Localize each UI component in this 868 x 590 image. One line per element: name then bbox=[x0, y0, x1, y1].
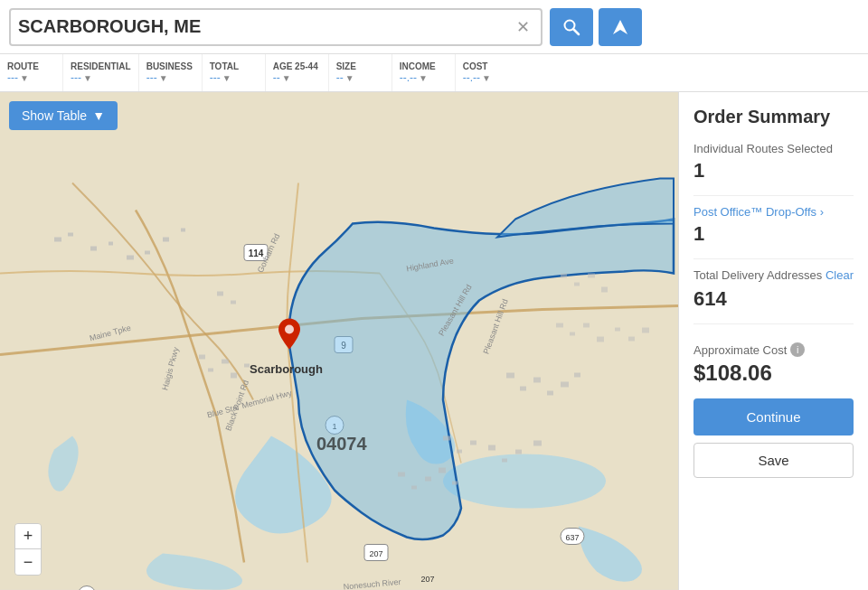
filter-business-value: --- bbox=[146, 71, 157, 84]
svg-point-4 bbox=[443, 454, 606, 509]
svg-text:Scarborough: Scarborough bbox=[250, 362, 323, 376]
filter-size[interactable]: SIZE -- ▼ bbox=[329, 54, 392, 91]
svg-rect-62 bbox=[601, 287, 608, 293]
filter-residential-label: RESIDENTIAL bbox=[71, 61, 131, 71]
search-button[interactable] bbox=[550, 8, 593, 46]
svg-rect-22 bbox=[108, 242, 113, 246]
svg-rect-30 bbox=[547, 391, 553, 396]
post-office-link[interactable]: Post Office™ Drop-Offs › bbox=[693, 205, 854, 219]
filter-age[interactable]: AGE 25-44 -- ▼ bbox=[266, 54, 329, 91]
svg-rect-19 bbox=[54, 238, 61, 242]
svg-rect-35 bbox=[470, 441, 476, 445]
info-icon[interactable]: i bbox=[790, 342, 805, 357]
zoom-out-button[interactable]: − bbox=[15, 549, 41, 575]
svg-rect-33 bbox=[443, 436, 450, 441]
clear-button[interactable]: Clear bbox=[826, 268, 854, 282]
svg-rect-58 bbox=[642, 328, 649, 333]
svg-line-1 bbox=[573, 29, 579, 34]
filter-total[interactable]: TOTAL --- ▼ bbox=[203, 54, 266, 91]
divider-1 bbox=[693, 195, 854, 196]
svg-rect-54 bbox=[583, 323, 590, 328]
svg-rect-34 bbox=[457, 450, 462, 454]
svg-rect-28 bbox=[520, 387, 526, 391]
svg-rect-24 bbox=[145, 251, 150, 255]
svg-rect-36 bbox=[488, 445, 495, 451]
svg-text:207: 207 bbox=[369, 549, 382, 558]
svg-rect-26 bbox=[181, 229, 185, 232]
filter-cost-label: COST bbox=[463, 61, 512, 71]
filter-income-label: INCOME bbox=[400, 61, 448, 71]
filter-income-arrow: ▼ bbox=[419, 73, 428, 83]
filters-bar: ROUTE --- ▼ RESIDENTIAL --- ▼ BUSINESS -… bbox=[0, 54, 868, 92]
total-delivery-label: Total Delivery Addresses bbox=[693, 268, 822, 282]
filter-business-arrow: ▼ bbox=[159, 73, 168, 83]
cost-value: $108.06 bbox=[693, 361, 854, 386]
order-summary-title: Order Summary bbox=[693, 107, 854, 127]
svg-rect-47 bbox=[222, 360, 229, 364]
svg-rect-21 bbox=[90, 247, 97, 251]
location-button[interactable] bbox=[599, 8, 642, 46]
filter-cost[interactable]: COST --.-- ▼ bbox=[456, 54, 519, 91]
map-svg: 114 9 1 637 207 207 109 bbox=[0, 92, 678, 590]
delivery-row: Total Delivery Addresses Clear bbox=[693, 268, 854, 286]
svg-marker-2 bbox=[613, 20, 627, 34]
main-area: 114 9 1 637 207 207 109 bbox=[0, 92, 868, 590]
filter-business[interactable]: BUSINESS --- ▼ bbox=[139, 54, 203, 91]
svg-rect-20 bbox=[68, 233, 73, 237]
location-arrow-icon bbox=[611, 18, 629, 36]
filter-residential-arrow: ▼ bbox=[83, 73, 92, 83]
svg-rect-32 bbox=[574, 373, 580, 378]
svg-rect-51 bbox=[231, 301, 236, 304]
map-container: 114 9 1 637 207 207 109 bbox=[0, 92, 678, 590]
filter-residential[interactable]: RESIDENTIAL --- ▼ bbox=[63, 54, 139, 91]
zoom-in-button[interactable]: + bbox=[15, 524, 41, 549]
filter-size-label: SIZE bbox=[336, 61, 384, 71]
svg-rect-42 bbox=[425, 477, 431, 482]
filter-income[interactable]: INCOME --.-- ▼ bbox=[392, 54, 456, 91]
continue-button[interactable]: Continue bbox=[693, 398, 854, 435]
svg-text:207: 207 bbox=[420, 575, 434, 584]
svg-rect-40 bbox=[398, 473, 405, 477]
svg-rect-37 bbox=[502, 459, 507, 463]
filter-income-value: --.-- bbox=[400, 71, 417, 84]
filter-total-label: TOTAL bbox=[210, 61, 258, 71]
filter-route[interactable]: ROUTE --- ▼ bbox=[0, 54, 63, 91]
svg-point-76 bbox=[285, 325, 294, 334]
filter-size-value: -- bbox=[336, 71, 344, 84]
svg-rect-23 bbox=[127, 256, 134, 260]
svg-rect-31 bbox=[561, 382, 569, 388]
svg-rect-57 bbox=[628, 337, 635, 342]
show-table-button[interactable]: Show Table ▼ bbox=[9, 101, 118, 130]
search-bar: ✕ bbox=[0, 0, 868, 54]
clear-search-button[interactable]: ✕ bbox=[513, 17, 533, 37]
svg-rect-50 bbox=[217, 292, 223, 296]
total-delivery-value: 614 bbox=[693, 287, 854, 311]
filter-residential-value: --- bbox=[71, 71, 81, 84]
show-table-label: Show Table bbox=[22, 108, 87, 123]
individual-routes-value: 1 bbox=[693, 159, 854, 183]
filter-cost-arrow: ▼ bbox=[482, 73, 491, 83]
svg-rect-39 bbox=[533, 441, 542, 446]
svg-rect-43 bbox=[439, 468, 446, 473]
svg-rect-41 bbox=[411, 486, 417, 490]
map-area[interactable]: 114 9 1 637 207 207 109 bbox=[0, 92, 678, 590]
svg-rect-56 bbox=[615, 328, 620, 332]
svg-rect-48 bbox=[231, 373, 237, 379]
svg-rect-61 bbox=[588, 274, 595, 278]
filter-total-value: --- bbox=[210, 71, 221, 84]
svg-rect-45 bbox=[199, 355, 205, 360]
search-input-wrapper: ✕ bbox=[9, 8, 542, 46]
approx-cost-label: Approximate Cost bbox=[693, 343, 787, 357]
filter-route-value: --- bbox=[7, 71, 18, 84]
svg-rect-52 bbox=[556, 323, 563, 328]
approx-cost-row: Approximate Cost i bbox=[693, 342, 854, 357]
filter-cost-value: --.-- bbox=[463, 71, 480, 84]
svg-rect-46 bbox=[208, 369, 213, 372]
individual-routes-label: Individual Routes Selected bbox=[693, 142, 854, 155]
divider-3 bbox=[693, 323, 854, 324]
zoom-controls: + − bbox=[14, 523, 42, 576]
search-input[interactable] bbox=[18, 16, 513, 37]
svg-rect-27 bbox=[506, 373, 514, 379]
save-button[interactable]: Save bbox=[693, 443, 854, 478]
post-office-value: 1 bbox=[693, 222, 854, 246]
